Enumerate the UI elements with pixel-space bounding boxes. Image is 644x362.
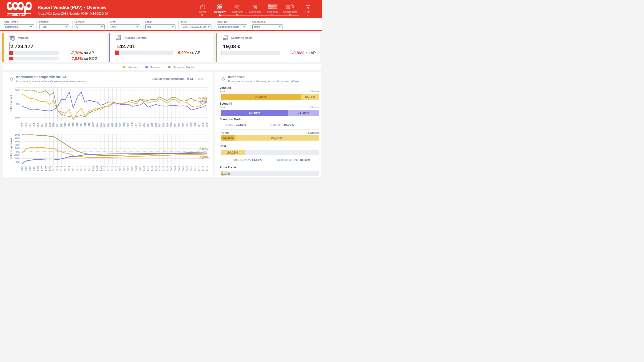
svg-text:SI21: SI21 [95,166,98,171]
svg-text:SI26: SI26 [115,166,118,171]
svg-text:SI29: SI29 [126,122,129,128]
svg-text:SI32: SI32 [138,122,141,128]
svg-text:SI34: SI34 [146,122,149,128]
svg-text:SI06: SI06 [36,122,39,128]
svg-text:SI06: SI06 [36,166,39,171]
svg-text:-20%: -20% [14,157,20,160]
svg-text:-6,98%: -6,98% [198,156,208,159]
svg-text:SI19: SI19 [87,166,90,171]
svg-text:SI27: SI27 [119,122,122,128]
svg-text:SI48: SI48 [201,122,204,128]
svg-text:SI12: SI12 [60,166,62,171]
svg-text:SI11: SI11 [56,122,58,127]
svg-text:SI09: SI09 [48,166,51,171]
svg-text:SI36: SI36 [154,122,157,128]
svg-text:SI27: SI27 [119,166,122,171]
svg-text:SI44: SI44 [186,122,188,128]
svg-text:SI17: SI17 [80,166,82,171]
svg-text:SI18: SI18 [83,166,86,171]
svg-text:SI22: SI22 [99,166,102,171]
svg-text:SI33: SI33 [142,122,145,128]
svg-text:SI28: SI28 [122,122,125,128]
svg-text:-10%: -10% [14,154,20,157]
svg-text:SI37: SI37 [158,122,161,128]
svg-text:SI38: SI38 [162,122,165,128]
svg-text:SI13: SI13 [64,166,66,171]
svg-text:SI45: SI45 [189,122,192,128]
svg-text:€: € [13,38,14,40]
svg-text:0%: 0% [16,102,20,105]
svg-text:SI46: SI46 [193,166,196,171]
svg-text:SI33: SI33 [142,166,145,171]
svg-text:SI48: SI48 [201,166,204,171]
svg-text:SI13: SI13 [64,122,66,128]
svg-text:SI07: SI07 [40,166,43,171]
svg-text:Delta Progressivi: Delta Progressivi [10,138,12,159]
svg-text:50%: 50% [14,133,20,136]
svg-text:SI20: SI20 [91,122,94,128]
svg-text:20%: 20% [14,144,20,146]
svg-text:0%: 0% [16,150,20,153]
svg-text:SI07: SI07 [40,122,43,128]
svg-text:SI44: SI44 [186,166,188,171]
svg-text:SI23: SI23 [103,166,106,171]
svg-text:SI31: SI31 [134,122,137,128]
svg-text:SI02: SI02 [20,122,23,128]
svg-text:SI24: SI24 [107,122,110,128]
svg-text:SI43: SI43 [182,122,184,128]
svg-text:SI30: SI30 [130,122,133,128]
svg-text:SI38: SI38 [162,166,165,171]
svg-text:SI10: SI10 [52,166,55,171]
svg-text:SI34: SI34 [146,166,149,171]
svg-text:SI40: SI40 [170,122,173,128]
svg-text:SI46: SI46 [193,122,196,128]
svg-text:SI36: SI36 [154,166,157,171]
svg-text:SI18: SI18 [83,122,86,128]
svg-text:50%: 50% [14,89,20,92]
svg-text:SI41: SI41 [174,166,177,171]
svg-text:30%: 30% [14,140,20,143]
svg-text:SI20: SI20 [91,166,94,171]
svg-text:SI25: SI25 [111,166,114,171]
svg-text:SI45: SI45 [189,166,192,171]
svg-text:SI04: SI04 [28,122,31,128]
svg-text:SI24: SI24 [107,166,110,171]
svg-text:SI21: SI21 [95,122,98,128]
svg-text:SI49: SI49 [205,122,208,128]
svg-text:SI28: SI28 [122,166,125,171]
svg-text:-0,85%: -0,85% [199,148,208,151]
svg-text:SI47: SI47 [197,122,200,128]
svg-text:SI32: SI32 [138,166,141,171]
svg-text:SI03: SI03 [24,122,27,128]
svg-text:SI23: SI23 [103,122,106,128]
svg-text:SI35: SI35 [150,122,153,128]
svg-text:SI10: SI10 [52,122,55,128]
svg-text:SI49: SI49 [205,166,208,171]
svg-text:SI35: SI35 [150,166,153,171]
svg-text:SI15: SI15 [72,122,74,128]
svg-text:40%: 40% [14,137,20,140]
svg-text:-50%: -50% [14,116,20,119]
svg-text:SI08: SI08 [44,122,47,128]
svg-text:SI16: SI16 [76,166,78,171]
svg-text:SI31: SI31 [134,166,137,171]
svg-text:SI26: SI26 [115,122,118,128]
svg-text:SI30: SI30 [130,166,133,171]
svg-text:SI04: SI04 [28,166,31,171]
svg-text:SI05: SI05 [32,166,35,171]
svg-text:SI08: SI08 [44,166,47,171]
svg-text:SI12: SI12 [60,122,62,128]
svg-text:-30%: -30% [14,161,20,163]
svg-text:SI03: SI03 [24,166,27,171]
svg-text:SI19: SI19 [87,122,90,128]
svg-text:SI22: SI22 [99,122,102,128]
svg-text:SI05: SI05 [32,122,35,128]
svg-text:SI14: SI14 [68,122,70,128]
svg-text:SI40: SI40 [170,166,173,171]
svg-text:SI11: SI11 [56,166,58,171]
svg-text:SI43: SI43 [182,166,184,171]
svg-text:SI39: SI39 [166,122,169,128]
svg-text:SI17: SI17 [80,122,82,128]
svg-text:SI37: SI37 [158,166,161,171]
svg-text:SI16: SI16 [76,122,78,128]
